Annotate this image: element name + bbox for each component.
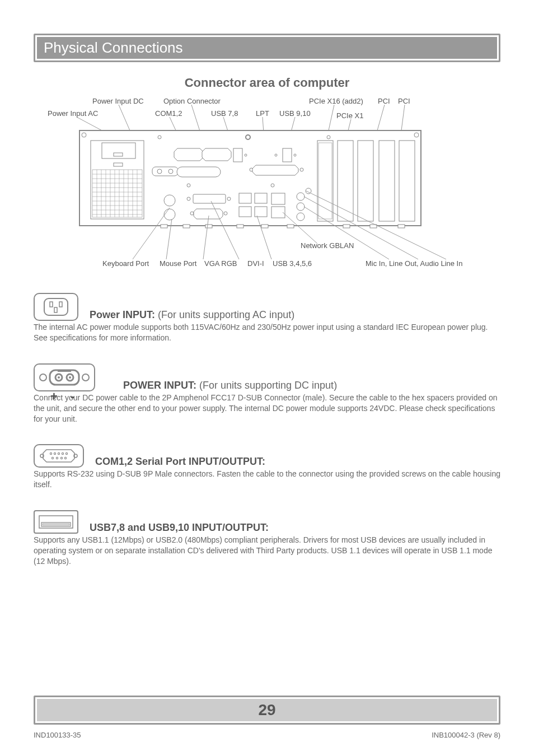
heading-bold: Power INPUT: — [90, 309, 155, 320]
svg-rect-96 — [50, 302, 53, 307]
label-usb3456: USB 3,4,5,6 — [273, 259, 312, 268]
svg-point-44 — [168, 169, 173, 174]
svg-line-8 — [348, 119, 351, 130]
page-title: Physical Connections — [37, 37, 497, 59]
heading-com: COM1,2 Serial Port INPUT/OUTPUT: — [95, 456, 265, 468]
svg-point-116 — [60, 458, 62, 459]
svg-point-104 — [58, 376, 60, 379]
iec-plug-icon — [34, 293, 78, 321]
heading-bold: USB7,8 and USB9,10 INPUT/OUTPUT: — [90, 522, 269, 533]
svg-point-117 — [64, 458, 66, 459]
label-lpt: LPT — [256, 109, 269, 118]
db9-icon — [34, 444, 84, 468]
svg-rect-57 — [193, 194, 226, 203]
label-pci-1: PCI — [378, 97, 390, 105]
svg-rect-120 — [43, 524, 69, 525]
svg-rect-78 — [183, 225, 190, 228]
label-vga: VGA RGB — [204, 259, 237, 268]
connector-svg — [38, 97, 496, 270]
label-option-connector: Option Connector — [163, 97, 221, 105]
svg-line-10 — [401, 105, 405, 130]
svg-rect-98 — [54, 307, 57, 312]
svg-rect-76 — [318, 143, 332, 219]
heading-bold: POWER INPUT: — [123, 380, 196, 391]
svg-point-109 — [50, 453, 51, 455]
section-power-ac: Power INPUT: (For units supporting AC in… — [34, 293, 500, 343]
heading-usb: USB7,8 and USB9,10 INPUT/OUTPUT: — [90, 522, 269, 534]
svg-line-1 — [119, 105, 130, 130]
svg-point-54 — [164, 195, 175, 206]
svg-point-59 — [190, 212, 194, 215]
svg-point-99 — [40, 374, 46, 381]
body-power-ac: The internal AC power module supports bo… — [34, 322, 500, 343]
svg-rect-106 — [58, 370, 71, 372]
svg-point-68 — [297, 203, 305, 211]
svg-rect-82 — [287, 225, 294, 228]
page-number-frame: 29 — [34, 696, 500, 725]
dc-plus-label: + — [50, 389, 58, 404]
svg-rect-83 — [343, 225, 350, 228]
svg-point-43 — [157, 169, 162, 174]
footer-left: IND100133-35 — [34, 731, 81, 739]
svg-point-48 — [300, 168, 303, 171]
svg-rect-85 — [398, 225, 405, 228]
body-usb: Supports any USB1.1 (12Mbps) or USB2.0 (… — [34, 535, 500, 567]
svg-rect-77 — [161, 225, 167, 228]
svg-point-60 — [224, 212, 227, 215]
svg-rect-61 — [239, 193, 251, 203]
dc-connector-icon — [34, 363, 95, 391]
title-frame: Physical Connections — [34, 34, 500, 62]
svg-rect-63 — [239, 207, 251, 217]
svg-rect-97 — [59, 302, 62, 307]
label-pcie-x16: PCIe X16 (add2) — [309, 97, 363, 105]
svg-point-115 — [56, 458, 58, 459]
svg-rect-101 — [50, 370, 79, 385]
label-pci-2: PCI — [398, 97, 410, 105]
svg-rect-64 — [255, 207, 267, 217]
usb-port-icon — [34, 510, 78, 534]
section-com: COM1,2 Serial Port INPUT/OUTPUT: Support… — [34, 444, 500, 490]
footer: IND100133-35 INB100042-3 (Rev 8) — [34, 731, 500, 739]
svg-rect-49 — [283, 148, 292, 162]
svg-line-9 — [377, 105, 385, 130]
label-audio: Mic In, Line Out, Audio Line In — [366, 259, 462, 268]
svg-rect-62 — [255, 193, 267, 203]
body-com: Supports RS-232 using D-SUB 9P Male conn… — [34, 469, 500, 490]
svg-rect-42 — [152, 167, 178, 176]
svg-rect-45 — [233, 148, 242, 162]
page-number: 29 — [37, 699, 497, 721]
svg-point-100 — [82, 374, 89, 381]
heading-rest: (For units supporting AC input) — [155, 309, 294, 320]
svg-point-110 — [54, 453, 55, 455]
svg-point-69 — [297, 213, 305, 221]
section-power-dc: + - POWER INPUT: (For units supporting D… — [34, 363, 500, 424]
heading-bold: COM1,2 Serial Port INPUT/OUTPUT: — [95, 456, 265, 467]
heading-power-ac: Power INPUT: (For units supporting AC in… — [90, 309, 294, 321]
svg-rect-75 — [399, 141, 415, 221]
dc-minus-label: - — [71, 389, 74, 404]
svg-rect-72 — [338, 141, 353, 221]
label-dvi: DVI-I — [247, 259, 264, 268]
body-power-dc: Connect your DC power cable to the 2P Am… — [34, 393, 500, 424]
svg-rect-80 — [237, 225, 243, 228]
label-com12: COM1,2 — [155, 109, 182, 118]
svg-point-111 — [58, 453, 59, 455]
svg-rect-81 — [261, 225, 268, 228]
svg-rect-17 — [114, 163, 123, 166]
diagram-subtitle: Connector area of computer — [34, 76, 500, 90]
connector-diagram: Power Input DC Option Connector PCIe X16… — [38, 97, 496, 270]
svg-point-114 — [51, 458, 53, 459]
svg-rect-73 — [358, 141, 373, 221]
svg-rect-16 — [114, 153, 123, 156]
section-usb: USB7,8 and USB9,10 INPUT/OUTPUT: Support… — [34, 510, 500, 567]
label-power-input-dc: Power Input DC — [92, 97, 144, 105]
svg-line-7 — [329, 105, 334, 130]
svg-point-55 — [164, 209, 175, 220]
svg-point-58 — [227, 197, 231, 200]
document-page: Physical Connections Connector area of c… — [0, 0, 534, 756]
label-usb78: USB 7,8 — [211, 109, 238, 118]
svg-point-56 — [187, 197, 190, 200]
label-mouse: Mouse Port — [160, 259, 196, 268]
svg-rect-65 — [271, 193, 285, 204]
label-power-input-ac: Power Input AC — [48, 109, 98, 118]
